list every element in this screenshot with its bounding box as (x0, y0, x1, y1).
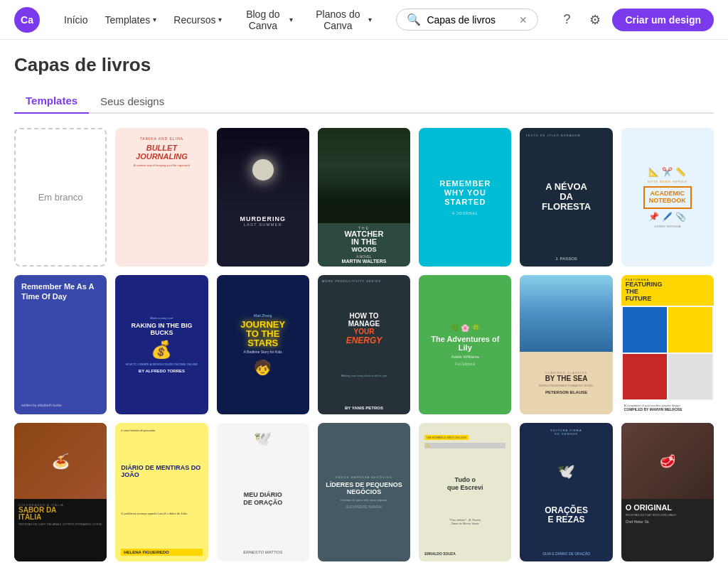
book-author: J. PASSOS (525, 257, 606, 261)
book-card-raking[interactable]: Make money now! RAKING IN THE BIG BUCKS … (115, 275, 208, 414)
book-author: ALEXANDRE AMARAL (346, 505, 382, 509)
book-subtitle: A creative way of keeping your life orga… (121, 163, 202, 167)
nav-recursos[interactable]: Recursos (166, 4, 229, 36)
book-series: TEXTO DE JYLER BORAGEM (525, 134, 606, 137)
book-card-academic[interactable]: 📐✂️📏 NOTE BOOK SERIES ACADEMICNOTEBOOK 📌… (621, 128, 714, 267)
book-pub: Fun Editorial (455, 362, 475, 366)
book-quote: "Puro deleite" - A. Rocha,Dario de Monte… (424, 518, 505, 525)
book-author: COMPILED BY MARVIN MELROSE (624, 407, 711, 412)
book-woods: WOODS (321, 246, 407, 253)
book-title: BY THE SEA (524, 375, 608, 382)
page-content: Capas de livros Templates Seus designs E… (0, 40, 728, 570)
book-card-meu[interactable]: 🕊️ MEU DIÁRIODE ORAÇÃO ERNESTO MATTOS (217, 423, 309, 561)
book-subtitle: LAST SUMMER (221, 222, 305, 227)
search-bar: 🔍 ✕ (396, 9, 538, 31)
book-title: RAKING IN THE BIG BUCKS (121, 323, 202, 337)
book-title: ORAÇÕESE REZAS (545, 506, 588, 525)
book-subtitle: WORLD RENOWNED ROMANTIC NOVEL (524, 384, 608, 387)
search-icon: 🔍 (407, 13, 421, 26)
book-series: WORK PRODUCTIVITY SERIES (322, 279, 406, 283)
nav-blog[interactable]: Blog do Canva (232, 4, 300, 36)
book-card-manage[interactable]: WORK PRODUCTIVITY SERIES HOW TOMANAGE YO… (318, 275, 410, 414)
book-card-remme[interactable]: Remember Me As A Time Of Day written by … (14, 275, 107, 414)
book-card-remwhy[interactable]: REMEMBERWHY YOUSTARTED A JOURNAL (419, 128, 511, 267)
canva-logo[interactable]: Ca (14, 7, 40, 33)
book-card-sabor[interactable]: 🍝 COLEBRANDO A ITÁLIA SABOR DAITÁLIA REC… (14, 423, 107, 561)
tab-templates[interactable]: Templates (14, 89, 89, 114)
tab-seus-designs[interactable]: Seus designs (89, 89, 176, 114)
nav-icon-group: ? ⚙ Criar um design (555, 9, 714, 31)
help-icon: ? (563, 12, 570, 27)
book-author: Adele Williams (451, 355, 479, 359)
book-author: ERNALDO SOUZA (424, 552, 505, 556)
search-clear-button[interactable]: ✕ (519, 14, 528, 26)
book-card-nevoa[interactable]: TEXTO DE JYLER BORAGEM A NÉVOADAFLORESTA… (520, 128, 612, 267)
book-title: HOW TOMANAGE (322, 312, 406, 328)
book-card-diario[interactable]: é uma história de pescador DIÁRIO DE MEN… (115, 423, 208, 561)
book-title: O ORIGINAL (626, 503, 710, 512)
book-author: written by elizabeth burke (21, 403, 100, 407)
book-title: BULLETJOURNALING (121, 144, 202, 161)
help-button[interactable]: ? (555, 9, 578, 31)
book-card-watcher[interactable]: THE WATCHERIN THE WOODS A NOVEL MARTIN W… (318, 128, 410, 267)
book-card-lily[interactable]: 🌿🌸🍀 The Adventures of Lily Adele William… (419, 275, 511, 414)
book-small: é uma história de pescador (121, 429, 202, 432)
book-icon: 🕊️ (254, 430, 272, 447)
book-subtitle: A Bedtime Story for Kids (244, 350, 282, 354)
book-top-label: TAMIKA AND ELINA (121, 136, 202, 141)
book-card-original[interactable]: 🥩 O ORIGINAL RECEITAS DE FLAT IRON GRELH… (621, 423, 714, 561)
book-card-bullet[interactable]: TAMIKA AND ELINA BULLETJOURNALING A crea… (115, 128, 208, 267)
tab-bar: Templates Seus designs (14, 87, 714, 114)
book-author: MARTIN WALTERS (321, 259, 407, 264)
book-card-featuring[interactable]: FEATURAMA FEATURINGTHEFUTURE A compilati… (621, 275, 714, 414)
book-subtitle: Making your body clock work for you (322, 374, 406, 377)
book-author: JOHNNY HERONOA (654, 225, 681, 228)
book-grid: Em branco TAMIKA AND ELINA BULLETJOURNAL… (14, 128, 714, 561)
book-title: MURDERING (221, 215, 305, 222)
book-title: REMEMBERWHY YOUSTARTED (439, 179, 491, 208)
book-author-top: Matt Zhang (254, 313, 272, 318)
book-title: ACADEMICNOTEBOOK (649, 190, 686, 205)
book-author: ERNESTO MATTOS (243, 550, 282, 554)
book-author: PETERSON BLAUSE (524, 390, 608, 394)
book-author: Chef Heitor Sá (626, 520, 710, 524)
book-desc: O problema começa quando Luis lê o diári… (121, 512, 202, 516)
book-title: Tudo oque Escrevi (424, 476, 505, 492)
book-title: DIÁRIO DE MENTIRAS DO JOÃO (121, 465, 202, 479)
book-author: BY YANIS PETROS (322, 406, 406, 410)
book-tag: UM ROMANCE BEST-SELLER (424, 435, 469, 440)
book-card-murder[interactable]: MURDERING LAST SUMMER (217, 128, 309, 267)
create-design-button[interactable]: Criar um design (612, 9, 714, 31)
book-title: Remember Me As A Time Of Day (21, 282, 100, 301)
settings-button[interactable]: ⚙ (584, 9, 606, 31)
nav-templates[interactable]: Templates (97, 4, 164, 36)
book-series: EBOOK EMPRESA NEGÓCIOS (336, 475, 392, 479)
settings-icon: ⚙ (589, 12, 601, 28)
book-title: FEATURINGTHEFUTURE (626, 281, 710, 303)
book-subtitle: A JOURNAL (452, 211, 478, 215)
book-energy: ENERGY (322, 335, 406, 345)
nav-inicio[interactable]: Início (57, 4, 95, 36)
book-title: SABOR DAITÁLIA (18, 507, 102, 521)
book-card-journey[interactable]: Matt Zhang JOURNEYTO THESTARS A Bedtime … (217, 275, 309, 414)
book-subtitle: histórias de quem não vai a negociar (341, 498, 387, 502)
blank-label: Em branco (38, 192, 83, 203)
book-title: MEU DIÁRIODE ORAÇÃO (243, 491, 282, 507)
page-title: Capas de livros (14, 54, 714, 76)
book-subtitle: HOW TO CREATE A SEVEN-FIGURE INCOME ONLI… (125, 362, 198, 366)
book-card-lideres[interactable]: EBOOK EMPRESA NEGÓCIOS LÍDERES DE PEQUEN… (318, 423, 410, 561)
book-subtitle: RECEITAS DE CHEF ITALIANA E OUTROS FERNA… (18, 522, 102, 526)
book-small: Make money now! (150, 316, 173, 320)
nav-planos[interactable]: Planos do Canva (303, 4, 379, 36)
book-title: LÍDERES DE PEQUENOS NEGÓCIOS (323, 482, 405, 496)
book-card-sea[interactable]: CLARINGO CLASSICS BY THE SEA WORLD RENOW… (520, 275, 612, 414)
book-author: BY ALFREDO TORRES (139, 369, 185, 373)
search-input[interactable] (427, 14, 513, 26)
book-title: JOURNEYTO THESTARS (240, 320, 285, 348)
book-label: NOTE BOOK SERIES (648, 180, 687, 183)
blank-template-card[interactable]: Em branco (14, 128, 107, 267)
book-title: A NÉVOADAFLORESTA (525, 182, 606, 213)
book-card-oracoes[interactable]: EDITORA FIRMADO SENHOR 🕊️ ORAÇÕESE REZAS… (520, 423, 612, 561)
book-title: WATCHERIN THE (321, 230, 407, 246)
book-card-tudo[interactable]: UM ROMANCE BEST-SELLER 📏 Tudo oque Escre… (419, 423, 511, 561)
